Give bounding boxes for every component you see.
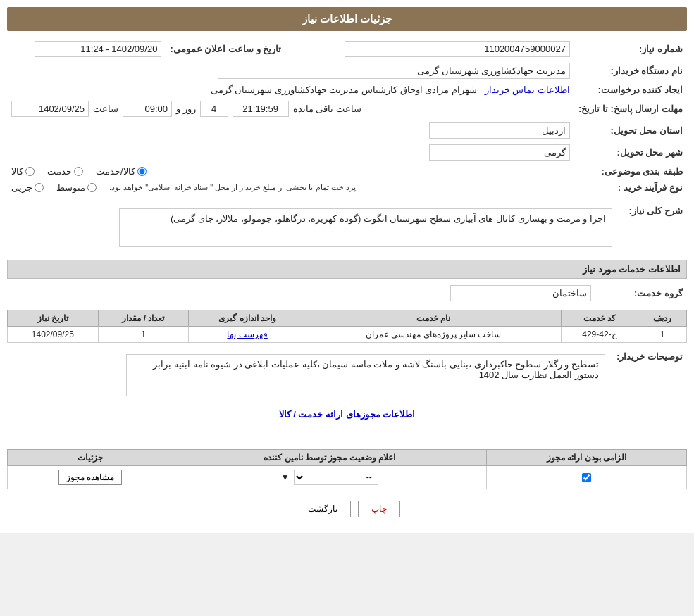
tabaqe-label: طبقه بندی موضوعی: [574,163,687,180]
page-wrapper: جزئیات اطلاعات نیاز شماره نیاز: 11020047… [0,0,694,533]
shahr-row: شهر محل تحویل: گرمی [7,142,687,163]
chap-button[interactable]: چاپ [358,501,400,517]
tarikh-label: تاریخ و ساعت اعلان عمومی: [166,38,285,60]
grohe-table: گروه خدمت: ساختمان [7,282,687,304]
ijad-row: ایجاد کننده درخواست: اطلاعات تماس خریدار… [7,82,687,98]
page-title: جزئیات اطلاعات نیاز [302,13,392,25]
mojavez-elam-cell: -- ▼ [173,466,486,489]
mojavez-table: الزامی بودن ارائه مجوز اعلام وضعیت مجوز … [7,449,687,489]
col-unit: واحد اندازه گیری [189,310,306,327]
khedamat-grid-header: ردیف کد خدمت نام خدمت واحد اندازه گیری ت… [8,310,687,327]
dastgah-label: نام دستگاه خریدار: [574,60,687,82]
khedamat-section-header: اطلاعات خدمات مورد نیاز [7,260,687,279]
mojavez-table-header: الزامی بودن ارائه مجوز اعلام وضعیت مجوز … [8,450,687,466]
dastgah-value: مدیریت جهادکشاورزی شهرستان گرمی [7,60,574,82]
tabaqe-value: کالا خدمت کالا/خدمت [7,163,574,180]
shomara-value: 1102004759000027 [299,38,574,60]
tarikh-input: 1402/09/20 - 11:24 [35,41,161,57]
mojavez-title: اطلاعات مجوزهای ارائه خدمت / کالا [7,409,687,420]
jozii-radio[interactable] [35,183,44,192]
dastgah-input: مدیریت جهادکشاورزی شهرستان گرمی [218,63,570,79]
tosihat-value: تسطیح و رگلاز سطوح خاکبرداری ،بنایی باسن… [7,347,609,403]
ostan-input: اردبیل [429,122,570,139]
sharh-row: شرح کلی نیاز: اجرا و مرمت و بهسازی کانال… [7,201,687,254]
motawaset-radio[interactable] [87,183,97,192]
cell-radif: 1 [638,327,687,343]
saat-label: ساعت [93,103,118,114]
kala-khedmat-label: کالا/خدمت [96,166,135,177]
sharh-value: اجرا و مرمت و بهسازی کانال های آبیاری سط… [7,201,616,254]
motawaset-label: متوسط [56,182,85,193]
fara-row: نوع فرآیند خرید : جزیی متوسط پرداخت تمام… [7,180,687,196]
shahr-input: گرمی [429,144,570,161]
ijad-label: ایجاد کننده درخواست: [574,82,687,98]
main-info-table: شماره نیاز: 1102004759000027 تاریخ و ساع… [7,38,687,196]
elzami-checkbox[interactable] [582,473,591,482]
col-name: نام خدمت [306,310,561,327]
tamas-link[interactable]: اطلاعات تماس خریدار [485,84,570,95]
kala-label: کالا [11,166,23,177]
view-mojavez-button[interactable]: مشاهده مجوز [58,470,122,485]
khedamat-grid-header-row: ردیف کد خدمت نام خدمت واحد اندازه گیری ت… [8,310,687,327]
mojavez-joz-cell: مشاهده مجوز [8,466,173,489]
table-row: 1 ج-42-429 ساخت سایر پروژه‌های مهندسی عم… [8,327,687,343]
grohe-value: ساختمان [7,282,595,304]
fara-value: جزیی متوسط پرداخت تمام یا بخشی از مبلغ خ… [7,180,574,196]
cell-name: ساخت سایر پروژه‌های مهندسی عمران [306,327,561,343]
ijad-value: اطلاعات تماس خریدار شهرام مرادی اوجاق کا… [7,82,574,98]
cell-unit: فهرست بها [189,327,306,343]
tosihat-label: توصیحات خریدار: [609,347,687,403]
col-radif: ردیف [638,310,687,327]
fara-description: پرداخت تمام یا بخشی از مبلغ خریدار از مح… [109,183,356,192]
shahr-label: شهر محل تحویل: [574,142,687,163]
dastgah-row: نام دستگاه خریدار: مدیریت جهادکشاورزی شه… [7,60,687,82]
cell-tedad: 1 [98,327,189,343]
motawaset-option[interactable]: متوسط [56,182,97,193]
khedamat-grid: ردیف کد خدمت نام خدمت واحد اندازه گیری ت… [7,310,687,343]
shomara-label: شماره نیاز: [574,38,687,60]
cell-tarikh: 1402/09/25 [8,327,99,343]
kala-radio[interactable] [25,167,35,176]
kala-khedmat-radio[interactable] [137,167,147,176]
khedamat-grid-body: 1 ج-42-429 ساخت سایر پروژه‌های مهندسی عم… [8,327,687,343]
shomara-row: شماره نیاز: 1102004759000027 تاریخ و ساع… [7,38,687,60]
col-tarikh: تاریخ نیاز [8,310,99,327]
mohlat-date-input: 1402/09/25 [11,101,89,117]
jozii-option[interactable]: جزیی [11,182,44,193]
mohlat-label: مهلت ارسال پاسخ: تا تاریخ: [574,98,687,120]
khedmat-label: خدمت [47,166,72,177]
roz-label: روز و [176,103,196,114]
col-code: کد خدمت [561,310,638,327]
tosihat-input: تسطیح و رگلاز سطوح خاکبرداری ،بنایی باسن… [126,354,605,396]
mohlat-roz-input: 4 [200,101,228,117]
khedmat-option[interactable]: خدمت [47,166,83,177]
mohlat-row: مهلت ارسال پاسخ: تا تاریخ: 1402/09/25 سا… [7,98,687,120]
shahr-value: گرمی [7,142,574,163]
sharh-table: شرح کلی نیاز: اجرا و مرمت و بهسازی کانال… [7,201,687,254]
ostan-value: اردبیل [7,120,574,142]
ostan-row: استان محل تحویل: اردبیل [7,120,687,142]
elam-select[interactable]: -- [294,470,378,485]
dropdown-icon: ▼ [281,472,290,482]
kala-option[interactable]: کالا [11,166,35,177]
kala-khedmat-option[interactable]: کالا/خدمت [96,166,147,177]
mojavez-table-body: -- ▼ مشاهده مجوز [8,466,687,489]
mohlat-saat-input: 09:00 [123,101,172,117]
grohe-row: گروه خدمت: ساختمان [7,282,687,304]
mojavez-col-elam: اعلام وضعیت مجوز توسط نامین کننده [173,450,486,466]
mojavez-elzami-cell [486,466,686,489]
unit-link[interactable]: فهرست بها [227,329,267,339]
shomara-input: 1102004759000027 [345,41,570,57]
mohlat-baqi-input: 21:19:59 [233,101,289,117]
fara-label: نوع فرآیند خرید : [574,180,687,196]
baqi-label: ساعت باقی مانده [293,103,361,114]
tosihat-table: توصیحات خریدار: تسطیح و رگلاز سطوح خاکبر… [7,347,687,403]
mohlat-value: 1402/09/25 ساعت 09:00 روز و 4 21:19:59 س… [7,98,574,120]
khedmat-radio[interactable] [74,167,83,176]
tarikh-value: 1402/09/20 - 11:24 [7,38,166,60]
ostan-label: استان محل تحویل: [574,120,687,142]
bazgasht-button[interactable]: بازگشت [295,501,351,517]
tosihat-row: توصیحات خریدار: تسطیح و رگلاز سطوح خاکبر… [7,347,687,403]
tabaqe-row: طبقه بندی موضوعی: کالا خدمت کالا/خدمت [7,163,687,180]
mojavez-header-row: الزامی بودن ارائه مجوز اعلام وضعیت مجوز … [8,450,687,466]
